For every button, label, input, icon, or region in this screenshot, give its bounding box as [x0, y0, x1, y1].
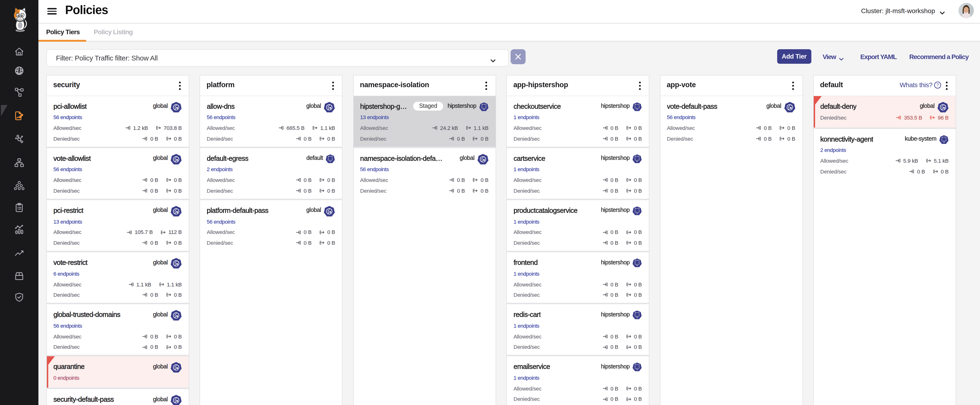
svg-text:ns: ns: [636, 212, 638, 214]
svg-text:ns: ns: [483, 108, 485, 110]
svg-text:ns: ns: [943, 141, 945, 143]
svg-text:ns: ns: [636, 108, 638, 110]
svg-text:ns: ns: [329, 160, 331, 162]
svg-text:ns: ns: [636, 160, 638, 162]
svg-text:ns: ns: [636, 369, 638, 371]
svg-text:ns: ns: [636, 317, 638, 319]
svg-text:ns: ns: [636, 265, 638, 266]
svg-text:?: ?: [936, 83, 939, 88]
